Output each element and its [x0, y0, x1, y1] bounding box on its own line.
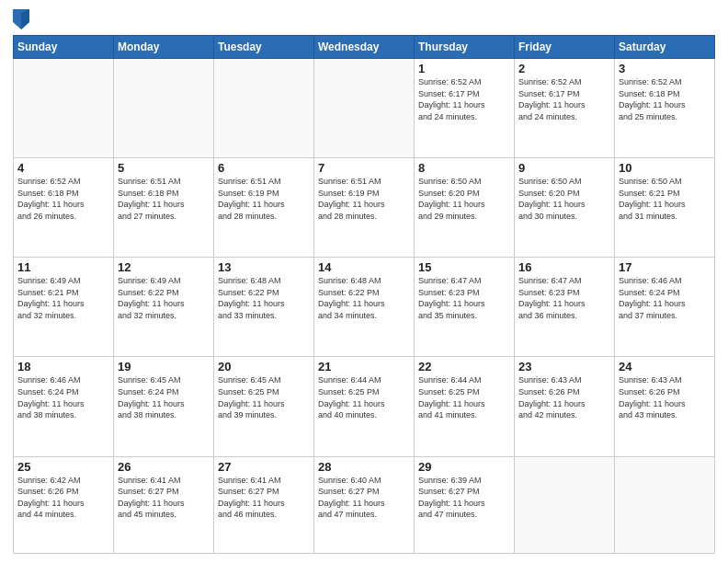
day-info: Sunrise: 6:39 AM Sunset: 6:27 PM Dayligh… — [418, 475, 510, 521]
day-number: 4 — [17, 161, 109, 175]
day-info: Sunrise: 6:52 AM Sunset: 6:18 PM Dayligh… — [17, 176, 109, 222]
calendar-cell: 5Sunrise: 6:51 AM Sunset: 6:18 PM Daylig… — [114, 158, 214, 258]
day-info: Sunrise: 6:52 AM Sunset: 6:18 PM Dayligh… — [619, 76, 711, 122]
day-number: 22 — [418, 360, 510, 373]
day-number: 13 — [218, 260, 310, 274]
calendar-table: SundayMondayTuesdayWednesdayThursdayFrid… — [13, 35, 715, 554]
day-number: 2 — [518, 62, 610, 75]
day-number: 17 — [619, 260, 711, 274]
day-number: 3 — [619, 62, 711, 75]
day-number: 5 — [118, 161, 210, 175]
calendar-cell: 15Sunrise: 6:47 AM Sunset: 6:23 PM Dayli… — [415, 258, 515, 357]
logo — [13, 9, 33, 29]
calendar-cell: 8Sunrise: 6:50 AM Sunset: 6:20 PM Daylig… — [415, 158, 515, 258]
day-number: 28 — [318, 460, 410, 474]
day-number: 16 — [518, 260, 610, 274]
calendar-cell — [314, 59, 415, 158]
calendar-cell: 9Sunrise: 6:50 AM Sunset: 6:20 PM Daylig… — [515, 158, 615, 258]
day-number: 15 — [418, 260, 510, 274]
logo-icon — [13, 9, 29, 29]
day-number: 25 — [17, 460, 109, 474]
day-number: 20 — [218, 360, 310, 373]
day-info: Sunrise: 6:44 AM Sunset: 6:25 PM Dayligh… — [418, 374, 510, 420]
calendar-cell: 27Sunrise: 6:41 AM Sunset: 6:27 PM Dayli… — [214, 456, 314, 554]
calendar-cell: 12Sunrise: 6:49 AM Sunset: 6:22 PM Dayli… — [114, 258, 214, 357]
calendar-cell: 11Sunrise: 6:49 AM Sunset: 6:21 PM Dayli… — [14, 258, 114, 357]
day-number: 18 — [17, 360, 109, 373]
day-number: 1 — [418, 62, 510, 75]
day-info: Sunrise: 6:43 AM Sunset: 6:26 PM Dayligh… — [518, 374, 610, 420]
calendar-cell: 23Sunrise: 6:43 AM Sunset: 6:26 PM Dayli… — [515, 357, 615, 456]
day-info: Sunrise: 6:48 AM Sunset: 6:22 PM Dayligh… — [218, 275, 310, 321]
day-header-sunday: Sunday — [14, 36, 114, 59]
calendar-cell: 4Sunrise: 6:52 AM Sunset: 6:18 PM Daylig… — [14, 158, 114, 258]
day-info: Sunrise: 6:51 AM Sunset: 6:18 PM Dayligh… — [118, 176, 210, 222]
day-number: 14 — [318, 260, 410, 274]
page: SundayMondayTuesdayWednesdayThursdayFrid… — [0, 0, 728, 563]
day-number: 10 — [619, 161, 711, 175]
calendar-cell: 14Sunrise: 6:48 AM Sunset: 6:22 PM Dayli… — [314, 258, 415, 357]
day-info: Sunrise: 6:49 AM Sunset: 6:22 PM Dayligh… — [118, 275, 210, 321]
day-info: Sunrise: 6:49 AM Sunset: 6:21 PM Dayligh… — [17, 275, 109, 321]
calendar-cell: 6Sunrise: 6:51 AM Sunset: 6:19 PM Daylig… — [214, 158, 314, 258]
calendar-cell: 25Sunrise: 6:42 AM Sunset: 6:26 PM Dayli… — [14, 456, 114, 554]
day-info: Sunrise: 6:51 AM Sunset: 6:19 PM Dayligh… — [318, 176, 410, 222]
calendar-cell: 22Sunrise: 6:44 AM Sunset: 6:25 PM Dayli… — [415, 357, 515, 456]
calendar-cell: 29Sunrise: 6:39 AM Sunset: 6:27 PM Dayli… — [415, 456, 515, 554]
calendar-cell: 21Sunrise: 6:44 AM Sunset: 6:25 PM Dayli… — [314, 357, 415, 456]
day-info: Sunrise: 6:40 AM Sunset: 6:27 PM Dayligh… — [318, 475, 410, 521]
day-info: Sunrise: 6:45 AM Sunset: 6:24 PM Dayligh… — [118, 374, 210, 420]
day-number: 24 — [619, 360, 711, 373]
calendar-cell — [214, 59, 314, 158]
day-info: Sunrise: 6:45 AM Sunset: 6:25 PM Dayligh… — [218, 374, 310, 420]
day-info: Sunrise: 6:47 AM Sunset: 6:23 PM Dayligh… — [418, 275, 510, 321]
calendar-cell — [615, 456, 715, 554]
day-number: 29 — [418, 460, 510, 474]
day-header-monday: Monday — [114, 36, 214, 59]
day-header-thursday: Thursday — [415, 36, 515, 59]
day-info: Sunrise: 6:50 AM Sunset: 6:21 PM Dayligh… — [619, 176, 711, 222]
day-info: Sunrise: 6:41 AM Sunset: 6:27 PM Dayligh… — [218, 475, 310, 521]
day-info: Sunrise: 6:52 AM Sunset: 6:17 PM Dayligh… — [518, 76, 610, 122]
day-number: 7 — [318, 161, 410, 175]
day-info: Sunrise: 6:41 AM Sunset: 6:27 PM Dayligh… — [118, 475, 210, 521]
calendar-cell: 18Sunrise: 6:46 AM Sunset: 6:24 PM Dayli… — [14, 357, 114, 456]
calendar-cell: 2Sunrise: 6:52 AM Sunset: 6:17 PM Daylig… — [515, 59, 615, 158]
calendar-cell: 19Sunrise: 6:45 AM Sunset: 6:24 PM Dayli… — [114, 357, 214, 456]
day-info: Sunrise: 6:47 AM Sunset: 6:23 PM Dayligh… — [518, 275, 610, 321]
calendar-cell: 1Sunrise: 6:52 AM Sunset: 6:17 PM Daylig… — [415, 59, 515, 158]
day-number: 27 — [218, 460, 310, 474]
calendar-cell: 17Sunrise: 6:46 AM Sunset: 6:24 PM Dayli… — [615, 258, 715, 357]
day-info: Sunrise: 6:42 AM Sunset: 6:26 PM Dayligh… — [17, 475, 109, 521]
day-header-friday: Friday — [515, 36, 615, 59]
calendar-cell: 24Sunrise: 6:43 AM Sunset: 6:26 PM Dayli… — [615, 357, 715, 456]
day-info: Sunrise: 6:43 AM Sunset: 6:26 PM Dayligh… — [619, 374, 711, 420]
calendar-cell: 10Sunrise: 6:50 AM Sunset: 6:21 PM Dayli… — [615, 158, 715, 258]
day-header-saturday: Saturday — [615, 36, 715, 59]
day-number: 26 — [118, 460, 210, 474]
day-info: Sunrise: 6:51 AM Sunset: 6:19 PM Dayligh… — [218, 176, 310, 222]
day-info: Sunrise: 6:48 AM Sunset: 6:22 PM Dayligh… — [318, 275, 410, 321]
day-info: Sunrise: 6:44 AM Sunset: 6:25 PM Dayligh… — [318, 374, 410, 420]
day-number: 9 — [518, 161, 610, 175]
calendar-cell: 26Sunrise: 6:41 AM Sunset: 6:27 PM Dayli… — [114, 456, 214, 554]
calendar-cell: 13Sunrise: 6:48 AM Sunset: 6:22 PM Dayli… — [214, 258, 314, 357]
day-number: 21 — [318, 360, 410, 373]
day-info: Sunrise: 6:50 AM Sunset: 6:20 PM Dayligh… — [418, 176, 510, 222]
calendar-cell: 16Sunrise: 6:47 AM Sunset: 6:23 PM Dayli… — [515, 258, 615, 357]
day-header-tuesday: Tuesday — [214, 36, 314, 59]
header — [13, 9, 715, 29]
day-number: 19 — [118, 360, 210, 373]
day-number: 23 — [518, 360, 610, 373]
day-number: 8 — [418, 161, 510, 175]
day-info: Sunrise: 6:46 AM Sunset: 6:24 PM Dayligh… — [17, 374, 109, 420]
day-number: 11 — [17, 260, 109, 274]
day-info: Sunrise: 6:52 AM Sunset: 6:17 PM Dayligh… — [418, 76, 510, 122]
calendar-cell: 7Sunrise: 6:51 AM Sunset: 6:19 PM Daylig… — [314, 158, 415, 258]
day-number: 6 — [218, 161, 310, 175]
day-info: Sunrise: 6:50 AM Sunset: 6:20 PM Dayligh… — [518, 176, 610, 222]
day-number: 12 — [118, 260, 210, 274]
calendar-cell: 20Sunrise: 6:45 AM Sunset: 6:25 PM Dayli… — [214, 357, 314, 456]
day-info: Sunrise: 6:46 AM Sunset: 6:24 PM Dayligh… — [619, 275, 711, 321]
calendar-cell — [515, 456, 615, 554]
